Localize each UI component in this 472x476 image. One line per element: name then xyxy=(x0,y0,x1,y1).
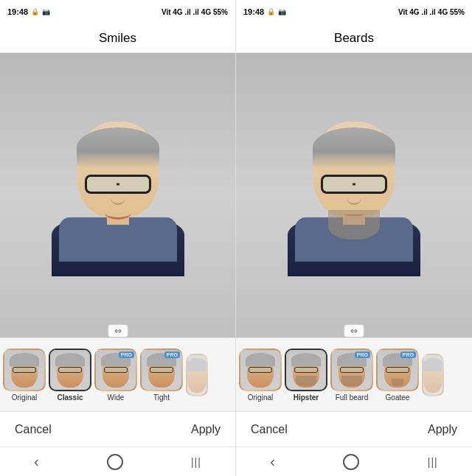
mini-head-orig-smiles xyxy=(11,355,38,388)
mini-head-fullbeard-beards xyxy=(339,355,365,388)
back-icon-left[interactable]: ‹ xyxy=(34,453,39,470)
mini-glasses-tight-smiles xyxy=(150,367,173,373)
thumb-original-beards[interactable]: Original xyxy=(239,349,282,402)
thumb-goatee-beards[interactable]: Goatee xyxy=(376,349,419,402)
mini-person-goatee-beards xyxy=(378,350,417,390)
status-time-left: 19:48 🔒 📷 xyxy=(7,7,50,16)
nav-bar-right: ‹ ||| xyxy=(236,447,472,476)
mini-hair-fullbeard-beards xyxy=(337,353,367,366)
mini-head-tight-smiles xyxy=(148,355,175,388)
mini-head-wide-smiles xyxy=(103,355,129,388)
mini-glasses-wide-smiles xyxy=(104,367,128,373)
beards-photo-area xyxy=(236,53,472,337)
signal-text-right: Vit 4G .il .il xyxy=(398,8,436,16)
thumbnail-strip-beards: Original Hipster xyxy=(236,337,472,411)
mini-person-wide-smiles xyxy=(96,350,136,390)
nav-bar-left: ‹ ||| xyxy=(0,447,235,476)
battery-right: 4G 55% xyxy=(438,8,465,16)
mini-glasses-orig-smiles xyxy=(13,367,36,373)
thumb-more-smiles[interactable] xyxy=(186,354,208,396)
menu-icon-right[interactable]: ||| xyxy=(428,456,438,468)
thumb-img-hipster-beards[interactable] xyxy=(285,349,327,391)
smile-mouth-left xyxy=(105,206,131,220)
thumb-original-smiles[interactable]: Original xyxy=(3,349,46,402)
thumb-img-original-beards[interactable] xyxy=(239,349,282,391)
mini-head-goatee-beards xyxy=(384,355,411,388)
status-bar-left: 19:48 🔒 📷 Vit 4G .il .il 4G 55% xyxy=(0,0,235,24)
apply-button-beards[interactable]: Apply xyxy=(428,423,457,436)
thumb-img-more-smiles[interactable] xyxy=(186,354,208,396)
thumb-img-tight-smiles[interactable] xyxy=(140,349,183,391)
lock-icon-left: 🔒 xyxy=(31,8,39,15)
title-bar-smiles: Smiles xyxy=(0,24,235,53)
mini-glasses-orig-beards xyxy=(249,367,272,373)
mini-person-fullbeard-beards xyxy=(332,350,372,390)
back-icon-right[interactable]: ‹ xyxy=(270,453,275,470)
beards-panel: 19:48 🔒 📷 Vit 4G .il .il 4G 55% Beards xyxy=(236,0,472,476)
thumb-img-more-beards[interactable] xyxy=(422,354,444,396)
mini-hair-more-smiles xyxy=(187,358,206,371)
cancel-button-smiles[interactable]: Cancel xyxy=(15,423,52,436)
smiles-person xyxy=(52,114,184,276)
mini-person-classic-smiles xyxy=(50,350,90,390)
thumb-wide-smiles[interactable]: Wide xyxy=(94,349,137,402)
thumb-img-classic-smiles[interactable] xyxy=(49,349,91,391)
smiles-photo-bg xyxy=(0,53,235,337)
thumb-fullbeard-beards[interactable]: Full beard xyxy=(330,349,373,402)
mini-hair-wide-smiles xyxy=(101,353,131,366)
thumb-label-original-smiles: Original xyxy=(12,393,37,402)
camera-icon-left: 📷 xyxy=(42,8,50,15)
thumb-img-goatee-beards[interactable] xyxy=(376,349,419,391)
thumb-label-fullbeard-beards: Full beard xyxy=(336,393,368,402)
thumb-img-wide-smiles[interactable] xyxy=(94,349,137,391)
cancel-button-beards[interactable]: Cancel xyxy=(251,423,288,436)
status-icons-right-right: Vit 4G .il .il 4G 55% xyxy=(398,8,465,16)
mini-hair-orig-smiles xyxy=(10,353,39,366)
mini-hair-classic-smiles xyxy=(55,353,85,366)
camera-icon-right: 📷 xyxy=(278,8,286,15)
thumb-label-classic-smiles: Classic xyxy=(57,393,83,402)
menu-icon-left[interactable]: ||| xyxy=(191,456,201,468)
beards-person xyxy=(288,114,420,276)
mini-beard-hipster-beards xyxy=(296,376,316,386)
thumbnail-strip-smiles: Original Classic xyxy=(0,337,235,411)
mini-head-orig-beards xyxy=(247,355,274,388)
drag-handle-left[interactable]: ⇔ xyxy=(108,324,128,337)
thumb-img-original-smiles[interactable] xyxy=(3,349,46,391)
bottom-bar-beards: Cancel Apply xyxy=(236,411,472,447)
mini-person-tight-smiles xyxy=(142,350,181,390)
thumb-img-fullbeard-beards[interactable] xyxy=(330,349,373,391)
thumb-tight-smiles[interactable]: Tight xyxy=(140,349,183,402)
head-right xyxy=(313,122,395,217)
bottom-bar-smiles: Cancel Apply xyxy=(0,411,235,447)
time-left: 19:48 xyxy=(7,7,28,16)
mini-head-hipster-beards xyxy=(293,355,319,388)
nose-left xyxy=(111,192,125,205)
mini-glasses-hipster-beards xyxy=(294,367,318,373)
battery-left: 4G 55% xyxy=(201,8,228,16)
home-icon-left[interactable] xyxy=(107,454,123,470)
home-icon-right[interactable] xyxy=(343,454,359,470)
mini-hair-more-beards xyxy=(423,358,442,371)
status-time-right: 19:48 🔒 📷 xyxy=(243,7,286,16)
thumb-label-goatee-beards: Goatee xyxy=(386,393,410,402)
status-icons-right-left: Vit 4G .il .il 4G 55% xyxy=(162,8,228,16)
drag-handle-right[interactable]: ⇔ xyxy=(344,324,364,337)
beards-photo-bg xyxy=(236,53,472,337)
mini-person-hipster-beards xyxy=(286,350,326,390)
mini-head-more-beards xyxy=(423,360,442,393)
mini-glasses-classic-smiles xyxy=(58,367,82,373)
apply-button-smiles[interactable]: Apply xyxy=(191,423,221,436)
smiles-title: Smiles xyxy=(99,31,136,46)
mini-glasses-fullbeard-beards xyxy=(340,367,364,373)
smiles-panel: 19:48 🔒 📷 Vit 4G .il .il 4G 55% Smiles xyxy=(0,0,236,476)
thumb-more-beards[interactable] xyxy=(422,354,444,396)
thumb-classic-smiles[interactable]: Classic xyxy=(49,349,91,402)
mini-head-classic-smiles xyxy=(57,355,83,388)
mini-hair-tight-smiles xyxy=(147,353,176,366)
mini-person-more-beards xyxy=(423,355,442,395)
mini-hair-hipster-beards xyxy=(291,353,321,366)
thumb-hipster-beards[interactable]: Hipster xyxy=(285,349,327,402)
mini-beard-fullbeard-beards xyxy=(341,376,362,386)
mini-hair-goatee-beards xyxy=(383,353,412,366)
